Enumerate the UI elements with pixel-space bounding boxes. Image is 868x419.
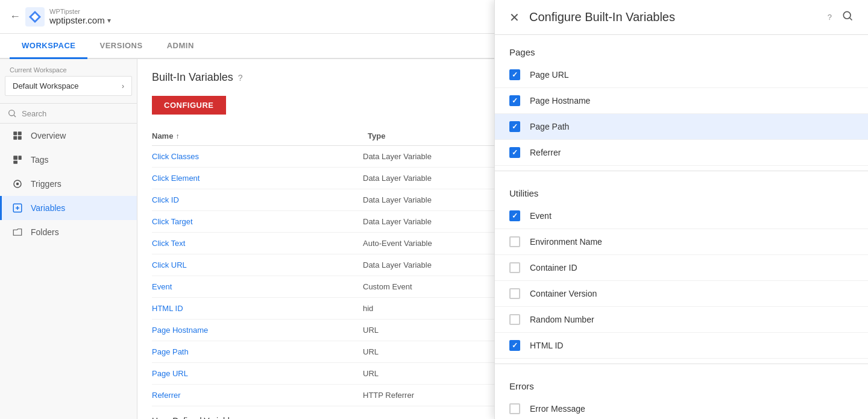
svg-rect-8 (13, 161, 17, 164)
variable-checkbox[interactable] (509, 236, 520, 247)
sidebar-item-overview[interactable]: Overview (0, 124, 137, 148)
panel-header: ✕ Configure Built-In Variables ? (495, 0, 868, 35)
sidebar-item-triggers[interactable]: Triggers (0, 172, 137, 196)
panel-search-icon[interactable] (841, 10, 854, 25)
panel-variable-item[interactable]: Environment Name (495, 229, 868, 255)
search-icon (7, 109, 17, 118)
svg-rect-6 (18, 136, 22, 140)
sidebar: Current Workspace Default Workspace › Se… (0, 59, 137, 419)
panel-variable-item[interactable]: Page Path (495, 114, 868, 140)
builtin-help-icon[interactable]: ? (238, 73, 243, 83)
variable-label: Container Version (530, 289, 597, 298)
variable-name-link[interactable]: Click Target (152, 217, 363, 226)
variable-label: Random Number (530, 315, 594, 324)
svg-rect-9 (19, 156, 22, 160)
workspace-chevron-icon: › (122, 82, 124, 90)
variable-checkbox[interactable] (509, 403, 520, 414)
panel-variable-item[interactable]: Random Number (495, 307, 868, 333)
variable-name-link[interactable]: Click Classes (152, 152, 363, 161)
back-button[interactable]: ← (10, 10, 20, 23)
variable-label: Container ID (530, 263, 577, 273)
triggers-label: Triggers (31, 179, 61, 189)
svg-rect-3 (13, 131, 17, 135)
variable-checkbox[interactable] (509, 210, 520, 221)
svg-point-11 (16, 183, 19, 186)
search-section: Search (0, 104, 137, 124)
variable-name-link[interactable]: HTML ID (152, 304, 363, 313)
variable-name-link[interactable]: Event (152, 282, 363, 291)
gtm-logo (25, 7, 45, 27)
configure-panel: ✕ Configure Built-In Variables ? PagesPa… (494, 0, 868, 419)
sidebar-item-folders[interactable]: Folders (0, 220, 137, 244)
panel-close-button[interactable]: ✕ (509, 10, 520, 25)
section-separator (495, 364, 868, 364)
sidebar-item-variables[interactable]: Variables (0, 196, 137, 220)
variable-checkbox[interactable] (509, 121, 520, 132)
variable-name-link[interactable]: Page URL (152, 369, 363, 378)
sidebar-item-tags[interactable]: Tags (0, 148, 137, 172)
variable-label: HTML ID (530, 341, 563, 350)
domain-dropdown[interactable]: wptipster.com ▾ (49, 15, 111, 25)
variables-icon (11, 202, 24, 214)
variable-checkbox[interactable] (509, 147, 520, 158)
variable-label: Event (530, 211, 552, 221)
variable-name-link[interactable]: Click Text (152, 239, 363, 248)
variable-name-link[interactable]: Click ID (152, 195, 363, 204)
tab-versions[interactable]: VERSIONS (87, 34, 154, 59)
variable-label: Referrer (530, 148, 561, 157)
panel-variable-item[interactable]: HTML ID (495, 333, 868, 359)
variable-name-link[interactable]: Page Hostname (152, 326, 363, 335)
variable-name-link[interactable]: Click URL (152, 260, 363, 269)
variable-label: Page Hostname (530, 96, 590, 106)
variable-checkbox[interactable] (509, 288, 520, 299)
variable-checkbox[interactable] (509, 262, 520, 273)
col-name-header: Name ↑ (152, 131, 363, 140)
variable-label: Environment Name (530, 237, 602, 247)
site-info: WPTipster wptipster.com ▾ (49, 8, 111, 25)
workspace-section: Current Workspace Default Workspace › (0, 59, 137, 104)
panel-variable-item[interactable]: Referrer (495, 140, 868, 166)
panel-variable-item[interactable]: Page URL (495, 62, 868, 88)
tab-workspace[interactable]: WORKSPACE (10, 34, 87, 59)
panel-body: PagesPage URLPage HostnamePage PathRefer… (495, 35, 868, 419)
variable-checkbox[interactable] (509, 95, 520, 106)
domain-text: wptipster.com (49, 15, 105, 25)
variable-label: Error Message (530, 404, 585, 414)
configure-button[interactable]: CONFIGURE (152, 96, 226, 115)
panel-variable-item[interactable]: Container ID (495, 255, 868, 281)
folders-icon (11, 226, 24, 238)
panel-section-title: Errors (495, 369, 868, 396)
panel-section-title: Pages (495, 35, 868, 62)
site-label: WPTipster (49, 8, 111, 15)
variable-name-link[interactable]: Referrer (152, 391, 363, 400)
variable-name-link[interactable]: Click Element (152, 174, 363, 183)
svg-line-16 (850, 18, 852, 20)
tab-admin[interactable]: ADMIN (155, 34, 206, 59)
svg-rect-5 (13, 136, 17, 140)
svg-line-2 (14, 115, 16, 117)
tags-label: Tags (31, 155, 49, 165)
overview-icon (11, 130, 24, 142)
panel-variable-item[interactable]: Page Hostname (495, 88, 868, 114)
folders-label: Folders (31, 227, 59, 237)
variable-checkbox[interactable] (509, 314, 520, 325)
variable-name-link[interactable]: Page Path (152, 347, 363, 356)
panel-title: Configure Built-In Variables (529, 10, 828, 24)
panel-variable-item[interactable]: Container Version (495, 281, 868, 307)
panel-help-icon[interactable]: ? (828, 13, 832, 22)
variable-label: Page URL (530, 70, 569, 80)
variable-checkbox[interactable] (509, 340, 520, 351)
panel-variable-item[interactable]: Event (495, 203, 868, 229)
variable-label: Page Path (530, 122, 569, 131)
workspace-name: Default Workspace (13, 81, 79, 90)
svg-rect-4 (18, 131, 22, 135)
panel-variable-item[interactable]: Error Message (495, 396, 868, 419)
search-label: Search (22, 109, 46, 118)
search-box[interactable]: Search (7, 109, 130, 118)
variable-checkbox[interactable] (509, 69, 520, 80)
triggers-icon (11, 178, 24, 190)
section-separator (495, 171, 868, 171)
svg-point-15 (843, 11, 851, 19)
sidebar-nav: Overview Tags Triggers Variables (0, 124, 137, 244)
workspace-selector[interactable]: Default Workspace › (5, 76, 132, 96)
